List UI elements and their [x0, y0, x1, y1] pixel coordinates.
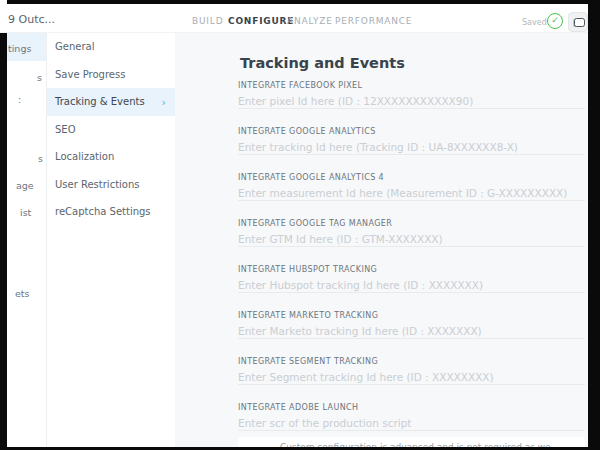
sidebar-item-label: SEO: [55, 124, 76, 135]
chevron-right-icon: ›: [162, 95, 166, 108]
primary-sidebar: tingss:sageistets: [7, 33, 47, 447]
nav-tab-analyze[interactable]: ANALYZE: [287, 16, 333, 26]
nav-tab-configure[interactable]: CONFIGURE: [228, 16, 294, 26]
field-label: INTEGRATE GOOGLE ANALYTICS: [238, 127, 585, 136]
field-label: INTEGRATE ADOBE LAUNCH: [238, 403, 585, 412]
sidebar-item-seo[interactable]: SEO: [47, 116, 175, 144]
sidebar-item-label: Save Progress: [55, 69, 125, 80]
field-integrate-facebook-pixel: INTEGRATE FACEBOOK PIXEL: [238, 81, 585, 109]
field-input[interactable]: [238, 415, 585, 431]
sidebar-item-tracking-events[interactable]: Tracking & Events›: [47, 88, 175, 116]
field-integrate-adobe-launch: INTEGRATE ADOBE LAUNCH: [238, 403, 585, 431]
nav-tab-performance[interactable]: PERFORMANCE: [335, 16, 412, 26]
field-label: INTEGRATE GOOGLE TAG MANAGER: [238, 219, 585, 228]
field-label: INTEGRATE MARKETO TRACKING: [238, 311, 585, 320]
page-title: Tracking and Events: [240, 55, 405, 71]
sidebar-item-fragment[interactable]: tings: [8, 43, 31, 54]
sidebar-item-fragment[interactable]: ets: [15, 288, 30, 299]
field-integrate-marketo-tracking: INTEGRATE MARKETO TRACKING: [238, 311, 585, 339]
sidebar-item-localization[interactable]: Localization: [47, 143, 175, 171]
sidebar-item-label: User Restrictions: [55, 179, 140, 190]
sidebar-item-fragment[interactable]: ist: [20, 207, 31, 218]
frame-bar-left: [0, 33, 7, 450]
field-input[interactable]: [238, 185, 585, 201]
nav-tab-build[interactable]: BUILD: [192, 16, 223, 26]
field-integrate-segment-tracking: INTEGRATE SEGMENT TRACKING: [238, 357, 585, 385]
sidebar-item-save-progress[interactable]: Save Progress: [47, 61, 175, 89]
field-label: INTEGRATE HUBSPOT TRACKING: [238, 265, 585, 274]
sidebar-item-recaptcha-settings[interactable]: reCaptcha Settings: [47, 198, 175, 226]
top-header: 9 Outc... Saved ✓ BUILDCONFIGUREANALYZEP…: [0, 4, 588, 33]
field-integrate-google-tag-manager: INTEGRATE GOOGLE TAG MANAGER: [238, 219, 585, 247]
field-integrate-google-analytics-4: INTEGRATE GOOGLE ANALYTICS 4: [238, 173, 585, 201]
check-circle-icon: ✓: [547, 13, 563, 29]
settings-sidebar: GeneralSave ProgressTracking & Events›SE…: [47, 33, 175, 447]
field-input[interactable]: [238, 139, 585, 155]
saved-status: Saved: [522, 18, 547, 27]
field-input[interactable]: [238, 323, 585, 339]
device-preview-icon: [573, 18, 585, 27]
field-input[interactable]: [238, 231, 585, 247]
frame-bar-top: [7, 0, 600, 4]
sidebar-item-label: General: [55, 41, 94, 52]
sidebar-item-label: reCaptcha Settings: [55, 206, 151, 217]
sidebar-item-fragment[interactable]: age: [16, 180, 34, 191]
field-integrate-hubspot-tracking: INTEGRATE HUBSPOT TRACKING: [238, 265, 585, 293]
sidebar-item-fragment[interactable]: s: [37, 72, 42, 83]
main-content: Tracking and Events INTEGRATE FACEBOOK P…: [175, 33, 588, 447]
field-input[interactable]: [238, 93, 585, 109]
field-input[interactable]: [238, 277, 585, 293]
sidebar-item-fragment[interactable]: :: [18, 94, 21, 105]
sidebar-item-user-restrictions[interactable]: User Restrictions: [47, 171, 175, 199]
field-label: INTEGRATE FACEBOOK PIXEL: [238, 81, 585, 90]
app-title: 9 Outc...: [8, 13, 55, 26]
field-label: INTEGRATE SEGMENT TRACKING: [238, 357, 585, 366]
device-preview-button[interactable]: [568, 12, 588, 32]
sidebar-item-label: Tracking & Events: [55, 96, 145, 107]
frame-bar-right: [588, 0, 600, 450]
field-label: INTEGRATE GOOGLE ANALYTICS 4: [238, 173, 585, 182]
field-integrate-google-analytics: INTEGRATE GOOGLE ANALYTICS: [238, 127, 585, 155]
sidebar-item-label: Localization: [55, 151, 114, 162]
sidebar-item-general[interactable]: General: [47, 33, 175, 61]
sidebar-item-fragment[interactable]: s: [38, 153, 43, 164]
field-input[interactable]: [238, 369, 585, 385]
